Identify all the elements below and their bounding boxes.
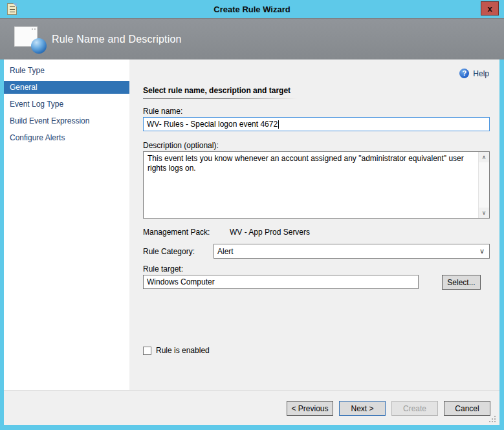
- sidebar-item-event-log-type[interactable]: Event Log Type: [4, 98, 129, 111]
- close-icon[interactable]: x: [481, 1, 499, 16]
- help-icon: ?: [459, 69, 469, 78]
- page-title: Rule Name and Description: [52, 34, 182, 45]
- blue-sphere-icon: [31, 38, 47, 54]
- rule-target-value: Windows Computer: [147, 277, 215, 286]
- create-button[interactable]: Create: [391, 401, 438, 416]
- scroll-up-icon[interactable]: ∧: [479, 152, 489, 162]
- chevron-down-icon: ∨: [475, 247, 489, 255]
- rule-name-input[interactable]: WV- Rules - Special logon event 4672: [143, 117, 490, 131]
- section-heading: Select rule name, description and target: [143, 86, 290, 95]
- document-icon-lines: [10, 6, 15, 12]
- wizard-footer: < Previous Next > Create Cancel: [4, 390, 499, 425]
- wizard-step-sidebar: Rule Type General Event Log Type Build E…: [4, 59, 129, 390]
- sidebar-item-rule-type[interactable]: Rule Type: [4, 64, 129, 77]
- select-target-button[interactable]: Select...: [442, 275, 481, 290]
- description-label: Description (optional):: [143, 141, 219, 150]
- wizard-page-icon: [12, 24, 45, 55]
- wizard-header: Rule Name and Description: [0, 18, 504, 59]
- next-button[interactable]: Next >: [339, 401, 386, 416]
- rule-enabled-row: Rule is enabled: [143, 346, 210, 355]
- sidebar-item-configure-alerts[interactable]: Configure Alerts: [4, 131, 129, 144]
- sidebar-item-build-event-expression[interactable]: Build Event Expression: [4, 114, 129, 127]
- description-scrollbar[interactable]: ∧ ∨: [478, 152, 489, 218]
- heading-divider: [143, 98, 297, 99]
- rule-name-value: WV- Rules - Special logon event 4672: [147, 120, 278, 129]
- document-icon: [7, 3, 17, 15]
- scroll-down-icon[interactable]: ∨: [479, 208, 489, 218]
- cancel-button[interactable]: Cancel: [444, 401, 490, 416]
- management-pack-label: Management Pack:: [143, 228, 210, 237]
- description-textarea[interactable]: This event lets you know whenever an acc…: [143, 151, 490, 219]
- rule-target-input[interactable]: Windows Computer: [143, 275, 419, 289]
- text-caret: [278, 120, 279, 129]
- rule-name-label: Rule name:: [143, 107, 182, 116]
- rule-target-label: Rule target:: [143, 264, 183, 274]
- description-value[interactable]: This event lets you know whenever an acc…: [144, 152, 478, 218]
- window-title: Create Rule Wizard: [0, 5, 504, 14]
- wizard-page-content: ? Help Select rule name, description and…: [129, 59, 499, 390]
- sidebar-item-general[interactable]: General: [4, 81, 129, 94]
- rule-category-value: Alert: [214, 247, 475, 256]
- previous-button[interactable]: < Previous: [287, 401, 333, 416]
- help-label: Help: [473, 69, 489, 78]
- help-link[interactable]: ? Help: [459, 69, 489, 78]
- rule-enabled-checkbox[interactable]: [143, 347, 151, 355]
- rule-enabled-label[interactable]: Rule is enabled: [156, 346, 210, 355]
- resize-grip-icon[interactable]: [489, 416, 496, 422]
- titlebar: Create Rule Wizard x: [0, 0, 504, 18]
- wizard-buttons: < Previous Next > Create Cancel: [287, 401, 490, 416]
- rule-category-dropdown[interactable]: Alert ∨: [214, 244, 490, 259]
- scrollbar-track[interactable]: [479, 162, 489, 208]
- rule-category-label: Rule Category:: [143, 247, 195, 256]
- management-pack-value: WV - App Prod Servers: [230, 228, 310, 237]
